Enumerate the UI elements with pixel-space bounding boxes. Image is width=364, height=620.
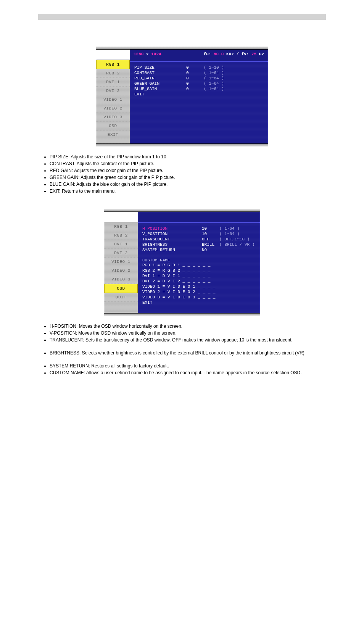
- bullet-pip-size: PIP SIZE: Adjusts the size of the PIP wi…: [50, 154, 364, 159]
- sidebar-item-osd[interactable]: OSD: [96, 122, 130, 130]
- pip-size-value: 0: [186, 65, 204, 70]
- document-page: RGB 1 RGB 2 DVI 1 DVI 2 VIDEO 1 VIDEO 2 …: [0, 14, 364, 375]
- brightness-range: ( BRILL / VR ): [219, 242, 254, 247]
- sidebar-item-video2[interactable]: VIDEO 2: [96, 104, 130, 113]
- sidebar2-video1[interactable]: VIDEO 1: [104, 258, 138, 266]
- sidebar2-dvi2[interactable]: DVI 2: [104, 249, 138, 258]
- green-gain-label: GREEN_GAIN: [134, 81, 186, 86]
- row-brightness[interactable]: BRIGHTNESS BRILL ( BRILL / VR ): [142, 242, 255, 247]
- custom-video3[interactable]: VIDEO 3 = V I D E O 3 _ _ _ _: [142, 295, 255, 300]
- bullet-custom-name: CUSTOM NAME: Allows a user-defined name …: [50, 370, 364, 375]
- sidebar2-rgb1[interactable]: RGB 1: [104, 222, 138, 231]
- bullet-list-osd: H-POSITION: Moves the OSD window horizon…: [50, 324, 364, 375]
- custom-name-title: CUSTOM NAME: [142, 258, 255, 262]
- osd-header-2: [138, 212, 260, 223]
- blue-gain-value: 0: [186, 87, 204, 91]
- osd-rows-2: H_POSITION 10 ( 1~64 ) V_POSITION 10 ( 1…: [138, 223, 260, 313]
- bullet-green-gain: GREEN GAIN: Adjusts the green color gain…: [50, 175, 364, 180]
- osd-sidebar-2: RGB 1 RGB 2 DVI 1 DVI 2 VIDEO 1 VIDEO 2 …: [104, 212, 138, 313]
- row-pip-size[interactable]: PIP_SIZE 0 ( 1~10 ): [134, 65, 263, 70]
- red-gain-value: 0: [186, 76, 204, 81]
- res-x: x: [143, 52, 151, 56]
- row-green-gain[interactable]: GREEN_GAIN 0 ( 1~64 ): [134, 81, 263, 86]
- sidebar2-video3[interactable]: VIDEO 3: [104, 275, 138, 284]
- row-system-return[interactable]: SYSTEM RETURN NO: [142, 247, 255, 253]
- custom-exit[interactable]: EXIT: [142, 300, 255, 305]
- bullet-contrast: CONTRAST: Adjusts the contrast of the PI…: [50, 161, 364, 166]
- custom-video1-text: VIDEO 1 = V I D E O 1 _ _ _ _: [142, 284, 242, 289]
- sidebar2-dvi1[interactable]: DVI 1: [104, 240, 138, 249]
- green-gain-range: ( 1~64 ): [204, 81, 224, 86]
- sidebar2-blank1: [104, 302, 138, 306]
- osd-frame-bottom: [96, 144, 268, 147]
- row-h-position[interactable]: H_POSITION 10 ( 1~64 ): [142, 226, 255, 231]
- osd-frame-top: [96, 47, 268, 49]
- row-red-gain[interactable]: RED_GAIN 0 ( 1~64 ): [134, 76, 263, 81]
- system-return-value: NO: [202, 248, 219, 252]
- translucent-label: TRANSLUCENT: [142, 237, 202, 242]
- custom-exit-text: EXIT: [142, 300, 194, 305]
- bullet-blue-gain: BLUE GAIN: Adjusts the blue color gain o…: [50, 182, 364, 187]
- sidebar-item-rgb1[interactable]: RGB 1: [96, 60, 130, 69]
- red-gain-range: ( 1~64 ): [204, 76, 224, 81]
- sidebar2-rgb2[interactable]: RGB 2: [104, 231, 138, 240]
- sidebar2-video2[interactable]: VIDEO 2: [104, 266, 138, 275]
- blue-gain-range: ( 1~64 ): [204, 87, 224, 91]
- h-position-value: 10: [202, 226, 219, 231]
- green-gain-value: 0: [186, 81, 204, 86]
- osd-frame-bottom-2: [104, 313, 260, 316]
- brightness-label: BRIGHTNESS: [142, 242, 202, 247]
- sidebar-item-dvi1[interactable]: DVI 1: [96, 78, 130, 87]
- sidebar2-blank2: [104, 306, 138, 310]
- system-return-label: SYSTEM RETURN: [142, 248, 202, 252]
- custom-video3-text: VIDEO 3 = V I D E O 3 _ _ _ _: [142, 295, 242, 300]
- osd-frame-top-2: [104, 209, 260, 212]
- red-gain-label: RED_GAIN: [134, 76, 186, 81]
- hz-unit: Hz: [256, 52, 264, 56]
- translucent-range: ( OFF,1~10 ): [219, 237, 250, 242]
- khz-unit: KHz /: [224, 52, 241, 56]
- row-contrast[interactable]: CONTRAST 0 ( 1~64 ): [134, 70, 263, 76]
- contrast-label: CONTRAST: [134, 71, 186, 75]
- sidebar-item-exit[interactable]: EXIT: [96, 130, 130, 139]
- custom-video2[interactable]: VIDEO 2 = V I D E O 2 _ _ _ _: [142, 289, 255, 295]
- custom-rgb2-text: RGB 2 = R G B 2 _ _ _ _ _ _: [142, 268, 242, 273]
- contrast-value: 0: [186, 71, 204, 75]
- sidebar-item-dvi2[interactable]: DVI 2: [96, 87, 130, 95]
- custom-dvi1[interactable]: DVI 1 = D V I 1 _ _ _ _ _ _: [142, 273, 255, 279]
- pip-size-range: ( 1~10 ): [204, 65, 224, 70]
- fh-value: 80.0: [214, 52, 224, 56]
- sidebar-item-rgb2[interactable]: RGB 2: [96, 69, 130, 78]
- exit-label: EXIT: [134, 92, 186, 97]
- bullet-system-return: SYSTEM RETURN: Restores all settings to …: [50, 363, 364, 369]
- bullet-v-position: V-POSITION: Moves the OSD window vertica…: [50, 330, 364, 336]
- osd-logo-area-2: [104, 212, 138, 222]
- row-translucent[interactable]: TRANSLUCENT OFF ( OFF,1~10 ): [142, 237, 255, 242]
- osd-sidebar: RGB 1 RGB 2 DVI 1 DVI 2 VIDEO 1 VIDEO 2 …: [96, 50, 130, 143]
- osd-main-panel-2: H_POSITION 10 ( 1~64 ) V_POSITION 10 ( 1…: [138, 212, 260, 313]
- row-blue-gain[interactable]: BLUE_GAIN 0 ( 1~64 ): [134, 86, 263, 92]
- osd-figure-pip: RGB 1 RGB 2 DVI 1 DVI 2 VIDEO 1 VIDEO 2 …: [96, 47, 268, 147]
- sidebar-item-video1[interactable]: VIDEO 1: [96, 95, 130, 104]
- top-grey-bar: [38, 14, 326, 20]
- bullet-h-position: H-POSITION: Moves the OSD window horizon…: [50, 324, 364, 329]
- custom-rgb2[interactable]: RGB 2 = R G B 2 _ _ _ _ _ _: [142, 268, 255, 273]
- row-v-position[interactable]: V_POSITION 10 ( 1~64 ): [142, 231, 255, 237]
- custom-rgb1-text: RGB 1 = R G B 1 _ _ _ _ _ _: [142, 263, 242, 267]
- sidebar2-quit[interactable]: QUIT: [104, 293, 138, 302]
- osd-figure-osd: RGB 1 RGB 2 DVI 1 DVI 2 VIDEO 1 VIDEO 2 …: [104, 209, 260, 316]
- bullet-translucent: TRANSLUCENT: Sets the translucency of th…: [50, 337, 364, 343]
- row-exit[interactable]: EXIT: [134, 92, 263, 97]
- osd-header: 1280 x 1024 fH: 80.0 KHz / fV: 75 Hz: [130, 50, 268, 62]
- fv-value: 75: [251, 52, 256, 56]
- custom-rgb1[interactable]: RGB 1 = R G B 1 _ _ _ _ _ _: [142, 262, 255, 268]
- sidebar-item-video3[interactable]: VIDEO 3: [96, 113, 130, 122]
- custom-dvi2[interactable]: DVI 2 = D V I 2 _ _ _ _ _ _: [142, 279, 255, 284]
- bullet-brightness: BRIGHTNESS: Selects whether brightness i…: [50, 350, 364, 356]
- bullet-red-gain: RED GAIN: Adjusts the red color gain of …: [50, 168, 364, 173]
- custom-video1[interactable]: VIDEO 1 = V I D E O 1 _ _ _ _: [142, 284, 255, 289]
- sidebar2-osd[interactable]: OSD: [104, 284, 138, 293]
- custom-dvi2-text: DVI 2 = D V I 2 _ _ _ _ _ _: [142, 279, 242, 283]
- brightness-value: BRILL: [202, 242, 219, 247]
- custom-video2-text: VIDEO 2 = V I D E O 2 _ _ _ _: [142, 290, 242, 294]
